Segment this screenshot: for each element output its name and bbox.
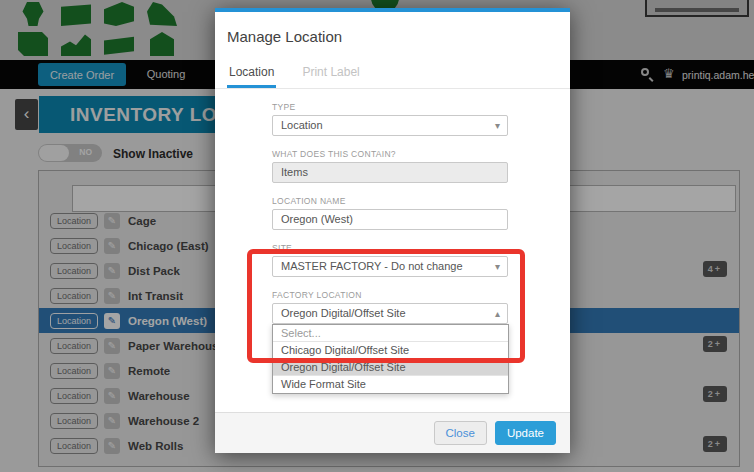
factory-location-select[interactable]: Oregon Digital/Offset Site ▴ (272, 303, 508, 324)
site-select[interactable]: MASTER FACTORY - Do not change ▾ (272, 256, 508, 277)
factory-location-dropdown: Select...Chicago Digital/Offset SiteOreg… (272, 324, 509, 394)
app-root: Create Order Quoting ♛ printiq.adam.hext… (0, 0, 754, 472)
modal-footer: Close Update (215, 412, 570, 453)
modal-title: Manage Location (215, 12, 570, 58)
tab-print-label[interactable]: Print Label (300, 58, 361, 88)
tab-location[interactable]: Location (227, 58, 276, 88)
update-button[interactable]: Update (495, 421, 556, 445)
dropdown-option[interactable]: Chicago Digital/Offset Site (273, 342, 508, 359)
site-label: SITE (272, 243, 508, 253)
dropdown-option[interactable]: Select... (273, 325, 508, 342)
chevron-down-icon: ▾ (495, 257, 500, 276)
contains-label: WHAT DOES THIS CONTAIN? (272, 149, 508, 159)
close-button[interactable]: Close (434, 421, 487, 445)
type-select[interactable]: Location ▾ (272, 115, 508, 136)
modal-tabs: LocationPrint Label (215, 58, 570, 89)
dropdown-option[interactable]: Oregon Digital/Offset Site (273, 359, 508, 376)
dropdown-option[interactable]: Wide Format Site (273, 376, 508, 393)
chevron-down-icon: ▾ (495, 116, 500, 135)
contains-field: Items (272, 162, 508, 183)
chevron-up-icon: ▴ (495, 304, 500, 323)
manage-location-modal: Manage Location LocationPrint Label TYPE… (215, 8, 570, 453)
type-label: TYPE (272, 102, 508, 112)
location-name-input[interactable]: Oregon (West) (272, 209, 508, 230)
factory-location-label: FACTORY LOCATION (272, 290, 508, 300)
modal-body: TYPE Location ▾ WHAT DOES THIS CONTAIN? … (272, 102, 508, 427)
location-name-label: LOCATION NAME (272, 196, 508, 206)
